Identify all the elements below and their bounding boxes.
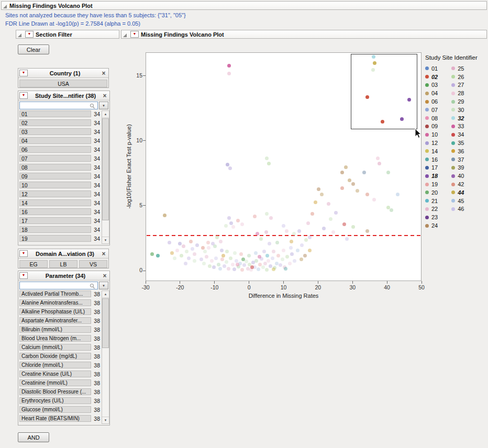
legend-item-20[interactable]: 20 [425, 188, 438, 197]
legend-item-23[interactable]: 23 [425, 213, 438, 221]
data-point-site-30[interactable] [265, 156, 269, 160]
data-point-site-12[interactable] [226, 163, 229, 166]
data-point-site-19[interactable] [236, 219, 240, 222]
data-point-site-03[interactable] [150, 252, 154, 256]
data-point-site-42[interactable] [189, 240, 193, 243]
scroll-down-icon[interactable]: ▼ [102, 237, 109, 243]
site-item-row[interactable]: 0134 [19, 110, 100, 117]
data-point-site-14[interactable] [272, 267, 275, 271]
data-point-site-35[interactable] [156, 254, 160, 257]
data-point-site-25[interactable] [272, 250, 275, 253]
data-point-site-19[interactable] [220, 257, 224, 261]
parameter-scrollbar[interactable]: ▲ ▼ [102, 290, 109, 424]
legend-item-46[interactable]: 46 [451, 205, 464, 214]
data-point-site-27[interactable] [334, 211, 338, 215]
site-scroll-track[interactable] [102, 118, 109, 237]
data-point-site-12[interactable] [212, 265, 216, 269]
legend-item-30[interactable]: 30 [451, 106, 464, 114]
clear-button[interactable]: Clear [18, 44, 49, 54]
data-point-site-26[interactable] [215, 236, 219, 239]
parameter-item-row[interactable]: Alkaline Phosphatase (U/L)38 [19, 308, 100, 315]
data-point-site-30[interactable] [292, 232, 296, 236]
data-point-site-25[interactable] [306, 221, 310, 225]
data-point-site-27[interactable] [242, 263, 246, 267]
site-item-row[interactable]: 0434 [19, 137, 100, 144]
data-point-site-36[interactable] [290, 240, 293, 243]
data-point-site-04[interactable] [300, 257, 303, 261]
data-point-site-42[interactable] [201, 246, 205, 250]
legend-item-14[interactable]: 14 [425, 147, 438, 155]
data-point-site-28[interactable] [210, 259, 214, 263]
red-triangle-menu-icon[interactable]: ▼ [19, 272, 28, 279]
data-point-site-30[interactable] [202, 262, 206, 265]
data-point-site-30[interactable] [265, 212, 269, 216]
parameter-item-row[interactable]: Erythrocytes (U/L)38 [19, 397, 100, 404]
collapse-triangle-icon[interactable] [3, 5, 7, 8]
data-point-site-28[interactable] [231, 263, 235, 266]
and-button[interactable]: AND [18, 432, 49, 442]
site-item-row[interactable]: 1934 [19, 235, 100, 242]
data-point-site-27[interactable] [228, 166, 232, 170]
data-point-site-26[interactable] [265, 268, 269, 272]
site-item-row[interactable]: 1834 [19, 226, 100, 233]
close-icon[interactable]: × [100, 251, 107, 257]
data-point-site-19[interactable] [253, 215, 257, 218]
legend-item-01[interactable]: 01 [425, 64, 438, 73]
data-point-site-30[interactable] [185, 250, 188, 253]
collapse-triangle-icon[interactable] [123, 33, 127, 37]
data-point-site-12[interactable] [178, 242, 182, 245]
data-point-site-26[interactable] [208, 264, 212, 268]
data-point-site-25[interactable] [327, 202, 330, 206]
parameter-search-box[interactable] [19, 282, 98, 289]
parameter-item-row[interactable]: Bilirubin (mmol/L)38 [19, 326, 100, 333]
collapse-triangle-icon[interactable] [18, 33, 21, 37]
data-point-site-28[interactable] [288, 262, 292, 265]
parameter-item-row[interactable]: Diastolic Blood Pressure (...38 [19, 388, 100, 395]
legend-item-17[interactable]: 17 [425, 164, 438, 172]
data-point-site-28[interactable] [227, 72, 231, 75]
red-triangle-menu-icon[interactable]: ▼ [19, 70, 28, 76]
data-point-site-27[interactable] [187, 256, 191, 260]
data-point-site-28[interactable] [285, 229, 289, 233]
data-point-site-04[interactable] [344, 165, 348, 169]
data-point-site-45[interactable] [257, 267, 260, 271]
data-point-site-28[interactable] [240, 222, 244, 226]
parameter-item-row[interactable]: Blood Urea Nitrogen (m...38 [19, 335, 100, 342]
data-point-site-24[interactable] [303, 254, 307, 257]
parameter-item-row[interactable]: Glucose (mmol/L)38 [19, 406, 100, 413]
data-point-site-12[interactable] [195, 243, 199, 247]
site-item-row[interactable]: 1734 [19, 217, 100, 224]
legend-item-39[interactable]: 39 [451, 164, 464, 172]
data-point-site-26[interactable] [351, 225, 355, 229]
data-point-site-26[interactable] [285, 255, 289, 259]
data-point-site-45[interactable] [218, 267, 222, 271]
close-icon[interactable]: × [101, 93, 108, 99]
data-point-site-36[interactable] [314, 200, 317, 204]
data-point-site-26[interactable] [259, 237, 263, 241]
parameter-item-row[interactable]: Calcium (mmol/L)38 [19, 344, 100, 351]
data-point-site-30[interactable] [173, 256, 176, 260]
data-point-site-36[interactable] [170, 251, 174, 255]
data-point-site-30[interactable] [225, 260, 228, 264]
data-point-site-27[interactable] [168, 241, 171, 244]
data-point-site-46[interactable] [191, 247, 194, 251]
parameter-item-row[interactable]: Activated Partial Thromb...38 [19, 290, 100, 297]
data-point-site-29[interactable] [386, 171, 390, 174]
data-point-site-29[interactable] [217, 263, 220, 266]
data-point-site-25[interactable] [269, 216, 273, 220]
data-point-site-04[interactable] [348, 178, 351, 182]
legend-item-34[interactable]: 34 [451, 130, 464, 139]
data-point-site-28[interactable] [175, 249, 179, 252]
legend-item-18[interactable]: 18 [425, 172, 438, 180]
data-point-site-04[interactable] [356, 189, 359, 193]
data-point-site-27[interactable] [199, 257, 203, 261]
legend-item-19[interactable]: 19 [425, 180, 438, 188]
data-point-site-45[interactable] [396, 193, 400, 196]
data-point-site-27[interactable] [184, 262, 187, 265]
data-point-site-26[interactable] [229, 256, 232, 260]
legend-item-32[interactable]: 32 [451, 114, 464, 122]
data-point-site-46[interactable] [235, 259, 238, 263]
parameter-search-dropdown-button[interactable]: ▼ [99, 282, 108, 289]
red-triangle-menu-icon[interactable]: ▼ [19, 92, 28, 99]
data-point-site-12[interactable] [290, 252, 294, 256]
